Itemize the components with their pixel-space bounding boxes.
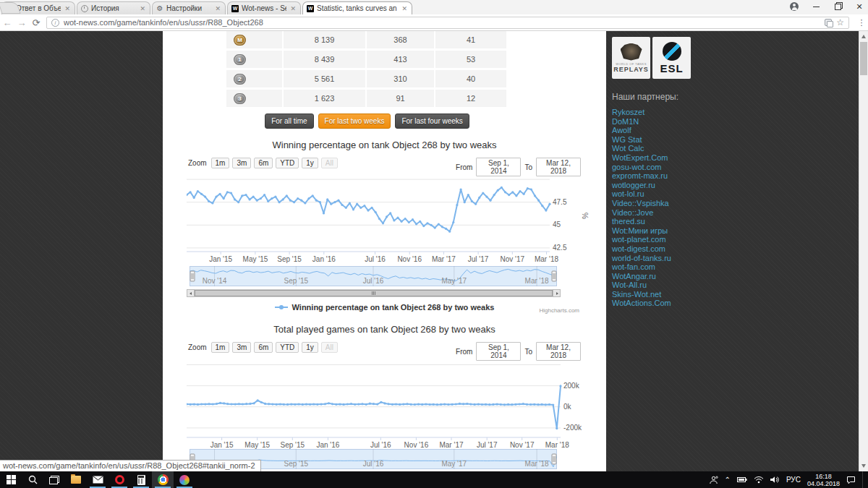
translate-icon[interactable] — [825, 19, 832, 26]
scroll-thumb[interactable] — [195, 290, 553, 296]
chart-plot-area[interactable]: 200k0k-200k Jan '15 May '15 Sep '15 Jan … — [187, 358, 588, 453]
partner-link-wotexpert-com[interactable]: WotExpert.Com — [612, 153, 706, 163]
zoom-button-1y[interactable]: 1y — [302, 158, 318, 168]
partner-link-thered-su[interactable]: thered.su — [612, 217, 706, 226]
file-explorer-taskbar-icon[interactable] — [65, 471, 87, 488]
tab-close-icon[interactable]: ✕ — [289, 5, 297, 12]
wot-assistant-taskbar-icon[interactable] — [174, 471, 195, 488]
to-date-input[interactable]: Mar 12, 2018 — [536, 158, 581, 176]
from-date-input[interactable]: Sep 1, 2014 — [476, 158, 521, 176]
bookmark-star-icon[interactable]: ☆ — [836, 18, 844, 27]
calculator-taskbar-icon[interactable] — [130, 471, 152, 488]
partner-link-video-jove[interactable]: Video::Jove — [612, 208, 706, 218]
partner-link-skins-wot-net[interactable]: Skins-Wot.net — [612, 290, 706, 299]
filter-button-for-last-four-weeks[interactable]: For last four weeks — [395, 114, 469, 129]
partner-link-video-vspishka[interactable]: Video::Vspishka — [612, 199, 706, 208]
address-bar[interactable]: i wot-news.com/game/tankinfo/en/us/ussr/… — [46, 17, 849, 29]
forward-button[interactable]: → — [14, 17, 29, 28]
zoom-button-ytd[interactable]: YTD — [276, 342, 299, 353]
zoom-button-3m[interactable]: 3m — [232, 158, 251, 168]
page-info-icon[interactable]: i — [51, 19, 59, 27]
partner-link-world-of-tanks-ru[interactable]: world-of-tanks.ru — [612, 254, 706, 263]
zoom-button-1m[interactable]: 1m — [211, 342, 230, 353]
filter-button-for-all-time[interactable]: For all time — [265, 114, 313, 129]
volume-icon[interactable] — [770, 476, 780, 484]
navigator-svg[interactable]: Nov '14Sep '15Jul '16May '17Mar '18 — [190, 266, 557, 288]
profile-button[interactable] — [788, 1, 800, 12]
wifi-icon[interactable] — [754, 476, 764, 484]
chevron-up-icon[interactable]: ⌃ — [725, 476, 731, 484]
scroll-up-icon[interactable] — [861, 35, 866, 38]
tab-close-icon[interactable]: ✕ — [401, 5, 408, 12]
tab-3[interactable]: ⚙ Настройки ✕ — [152, 1, 226, 14]
start-taskbar-icon[interactable] — [0, 471, 22, 488]
partner-link-wot-мини-игры[interactable]: Wot:Мини игры — [612, 226, 706, 236]
filter-button-for-last-two-weeks[interactable]: For last two weeks — [318, 114, 391, 129]
partner-link-wot-planet-com[interactable]: wot-planet.com — [612, 235, 706, 244]
show-desktop-button[interactable] — [862, 471, 865, 488]
people-icon[interactable] — [709, 476, 718, 484]
chart-scrollbar[interactable] — [187, 289, 561, 297]
tab-close-icon[interactable]: ✕ — [139, 5, 146, 12]
partner-link-rykoszet[interactable]: Rykoszet — [612, 108, 706, 117]
scroll-left-icon[interactable] — [187, 289, 195, 297]
tab-5[interactable]: W Statistic, tanks curves an ✕ — [302, 1, 412, 14]
partner-link-wot-fan-com[interactable]: wot-fan.com — [612, 262, 706, 272]
opera-taskbar-icon[interactable] — [109, 471, 130, 488]
partner-link-gosu-wot-com[interactable]: gosu-wot.com — [612, 163, 706, 172]
partner-link-wotactions-com[interactable]: WotActions.Com — [612, 299, 706, 308]
zoom-button-1y[interactable]: 1y — [302, 342, 318, 353]
zoom-button-ytd[interactable]: YTD — [276, 158, 299, 168]
tab-close-icon[interactable]: ✕ — [214, 5, 221, 12]
time-filter-buttons: For all timeFor last two weeksFor last f… — [163, 114, 571, 129]
battery-icon[interactable] — [737, 476, 747, 483]
profile-icon — [790, 2, 799, 11]
table-cell: 8 439 — [282, 51, 365, 68]
partner-link-expromt-max-ru[interactable]: expromt-max.ru — [612, 171, 706, 181]
zoom-button-all[interactable]: All — [321, 342, 338, 353]
partner-link-wg-stat[interactable]: WG Stat — [612, 135, 706, 145]
url-text[interactable]: wot-news.com/game/tankinfo/en/us/ussr/R8… — [64, 18, 820, 27]
search-taskbar-icon[interactable] — [22, 471, 43, 488]
partners-heading: Наши партнеры: — [612, 92, 706, 102]
scroll-right-icon[interactable] — [553, 289, 561, 297]
partner-link-wot-all-ru[interactable]: Wot-All.ru — [612, 281, 706, 290]
restore-button[interactable] — [832, 1, 843, 12]
zoom-button-all[interactable]: All — [321, 158, 338, 168]
range-selector: Zoom1m3m6mYTD1yAllFrom Sep 1, 2014 To Ma… — [188, 342, 581, 355]
highcharts-credits[interactable]: Highcharts.com — [539, 307, 579, 314]
close-button[interactable]: ✕ — [854, 1, 865, 12]
browser-menu-icon[interactable]: ⋮ — [855, 18, 868, 27]
task-view-taskbar-icon[interactable] — [43, 471, 65, 488]
esl-logo[interactable]: ESL — [652, 37, 691, 79]
tab-2[interactable]: История ✕ — [77, 1, 150, 14]
partner-link-wotangar-ru[interactable]: WotAngar.ru — [612, 272, 706, 281]
scroll-down-icon[interactable] — [861, 464, 866, 468]
zoom-button-6m[interactable]: 6m — [254, 158, 273, 168]
chart-plot-area[interactable]: 47.54542.5 Jan '15 May '15 Sep '15 Jan '… — [187, 176, 577, 267]
minimize-button[interactable] — [810, 1, 822, 12]
language-indicator[interactable]: РУС — [786, 476, 801, 484]
page-scrollbar[interactable] — [859, 31, 868, 471]
reload-button[interactable]: ⟳ — [29, 17, 43, 28]
partner-link-wot-digest-com[interactable]: wot-digest.com — [612, 244, 706, 254]
partner-link-wotlogger-ru[interactable]: wotlogger.ru — [612, 181, 706, 190]
partner-link-wot-lol-ru[interactable]: wot-lol.ru — [612, 189, 706, 199]
wot-replays-logo[interactable]: WORLD OF TANKS REPLAYS — [612, 37, 650, 79]
chart-navigator[interactable]: Nov '14Sep '15Jul '16May '17Mar '18 — [190, 266, 557, 291]
chart-legend[interactable]: Winning percentage on tank Object 268 by… — [187, 303, 582, 312]
page-scroll-thumb[interactable] — [860, 42, 867, 75]
chrome-taskbar-icon[interactable] — [152, 471, 174, 488]
zoom-button-1m[interactable]: 1m — [211, 158, 230, 168]
zoom-button-3m[interactable]: 3m — [232, 342, 251, 353]
mail-taskbar-icon[interactable] — [87, 471, 109, 488]
action-center-icon[interactable] — [846, 476, 856, 484]
partner-link-dom1n[interactable]: DoM1N — [612, 117, 706, 127]
zoom-button-6m[interactable]: 6m — [254, 342, 273, 353]
clock[interactable]: 16:18 04.04.2018 — [807, 473, 840, 487]
partner-link-awolf[interactable]: Awolf — [612, 126, 706, 135]
tab-close-icon[interactable]: ✕ — [64, 5, 71, 12]
partner-link-wot-calc[interactable]: Wot Calc — [612, 144, 706, 153]
back-button[interactable]: ← — [0, 17, 14, 28]
tab-4[interactable]: W Wot-news - Server statist ✕ — [227, 1, 301, 14]
